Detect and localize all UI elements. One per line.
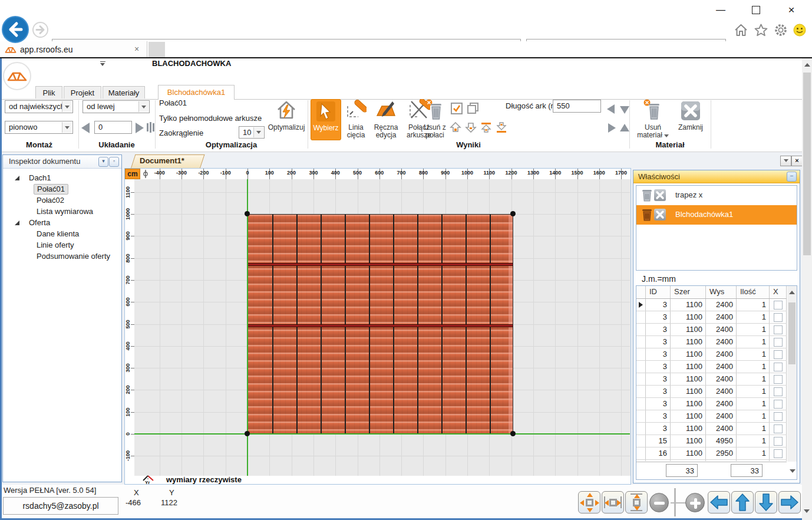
column-header-ilość[interactable]: Ilość	[737, 286, 770, 298]
move-top-icon[interactable]	[480, 121, 492, 133]
roof-corner-handle[interactable]	[245, 211, 250, 216]
table-row[interactable]: 3110024001	[636, 348, 787, 361]
ribbon-tab-blchodachowka[interactable]: Blchodachówka1	[158, 85, 235, 100]
column-header-szer[interactable]: Szer	[671, 286, 706, 298]
optimize-button[interactable]: Optymalizuj	[265, 99, 308, 139]
table-scrollbar-thumb[interactable]	[788, 302, 796, 364]
nudge-down-icon[interactable]	[620, 106, 629, 114]
expander-icon[interactable]	[15, 176, 19, 180]
favorites-star-icon[interactable]	[754, 23, 768, 37]
table-scroll-up-icon[interactable]	[789, 291, 795, 294]
document-menu-button[interactable]	[780, 156, 791, 166]
nudge-left-icon[interactable]	[607, 104, 615, 114]
quick-access-caret-icon[interactable]	[100, 61, 106, 66]
properties-minimize-button[interactable]: –	[787, 172, 797, 182]
row-checkbox[interactable]	[774, 301, 783, 310]
page-scrollbar[interactable]	[802, 58, 812, 520]
remove-from-surface-button[interactable]: Usuń z połaci	[420, 99, 450, 139]
remove-x-icon[interactable]	[654, 209, 666, 220]
row-checkbox[interactable]	[774, 424, 783, 433]
total-width-box[interactable]: 33	[666, 464, 698, 477]
tree-item[interactable]: Linie oferty	[3, 240, 121, 251]
new-tab-stub[interactable]	[148, 42, 165, 58]
table-row[interactable]: 15110049501	[636, 435, 787, 447]
move-up-icon[interactable]	[450, 121, 461, 133]
direction-dropdown[interactable]: pionowo	[5, 121, 73, 134]
table-row[interactable]: 3110024001	[636, 324, 787, 336]
app-logo[interactable]	[3, 62, 31, 90]
check-all-icon[interactable]	[451, 103, 463, 114]
table-row[interactable]: 3110024001	[636, 373, 787, 386]
move-bottom-icon[interactable]	[496, 121, 507, 133]
roof-surface[interactable]	[247, 214, 513, 434]
select-tool-button[interactable]: Wybierz	[311, 99, 341, 140]
sort-order-dropdown[interactable]: od najwiekszych	[5, 100, 73, 113]
uncheck-all-icon[interactable]	[467, 103, 479, 114]
inspector-menu-button[interactable]: ▾	[98, 157, 108, 167]
row-checkbox[interactable]	[774, 437, 783, 446]
roof-corner-handle[interactable]	[510, 431, 516, 436]
close-material-button[interactable]: Zamknij	[673, 99, 708, 139]
ruler-unit-box[interactable]: cm	[125, 169, 140, 179]
offset-right-arrow-icon[interactable]	[136, 123, 144, 133]
home-icon[interactable]	[734, 23, 748, 37]
sheet-length-input[interactable]: 550	[553, 100, 601, 113]
row-selector-header[interactable]	[636, 286, 646, 298]
zoom-fit-all-button[interactable]	[578, 491, 600, 514]
tree-item-label[interactable]: Dach1	[26, 173, 54, 183]
browser-tab[interactable]: app.rsroofs.eu ×	[0, 41, 147, 58]
row-checkbox[interactable]	[774, 363, 783, 371]
tree-item[interactable]: Lista wymiarowa	[3, 206, 121, 218]
zoom-fit-width-button[interactable]	[602, 491, 624, 514]
page-scroll-down-icon[interactable]	[804, 509, 810, 513]
tree-item-label[interactable]: Podsumowanie oferty	[34, 251, 113, 262]
properties-header[interactable]: Właściwości –	[633, 170, 800, 183]
table-row[interactable]: 3110024001	[636, 398, 787, 410]
drawing-canvas[interactable]	[134, 179, 631, 476]
tree-item[interactable]: Dane klienta	[3, 229, 121, 240]
ribbon-tab-plik[interactable]: Plik	[35, 86, 62, 98]
tree-item-label[interactable]: Dane klienta	[34, 229, 82, 239]
row-checkbox[interactable]	[774, 412, 783, 421]
offset-input[interactable]: 0	[94, 121, 132, 134]
table-row[interactable]: 3110024001	[636, 299, 787, 311]
page-scrollbar-thumb[interactable]	[803, 73, 811, 255]
table-scroll-down-icon[interactable]	[790, 469, 796, 473]
row-checkbox[interactable]	[774, 400, 783, 409]
zoom-slider[interactable]	[671, 502, 687, 503]
remove-material-button[interactable]: Usuń materiał	[634, 99, 672, 139]
zoom-in-button[interactable]	[685, 493, 705, 512]
maximize-button[interactable]	[747, 4, 765, 17]
back-button[interactable]	[2, 16, 29, 43]
ribbon-tab-materialy[interactable]: Materiały	[103, 86, 145, 98]
document-close-button[interactable]: ×	[791, 156, 803, 166]
table-row[interactable]: 3110024001	[636, 361, 787, 373]
pan-up-button[interactable]	[731, 491, 754, 514]
minimize-button[interactable]: —	[712, 4, 730, 17]
forward-button[interactable]	[32, 22, 48, 38]
pan-right-button[interactable]	[778, 491, 801, 514]
nudge-right-icon[interactable]	[608, 123, 616, 133]
pan-left-button[interactable]	[708, 491, 730, 514]
feedback-smiley-icon[interactable]	[793, 23, 807, 37]
trash-icon[interactable]	[641, 208, 653, 221]
tree-item-label[interactable]: Lista wymiarowa	[34, 206, 96, 217]
material-row[interactable]: Blchodachówka1	[636, 205, 797, 225]
tree-item[interactable]: Oferta	[3, 218, 121, 229]
total-qty-box[interactable]: 33	[731, 464, 763, 477]
ribbon-tab-projekt[interactable]: Projekt	[64, 86, 101, 98]
table-row[interactable]: 3110024001	[636, 423, 787, 435]
pan-down-button[interactable]	[755, 491, 777, 514]
column-header-id[interactable]: ID	[646, 286, 671, 298]
table-row[interactable]: 15110049501	[636, 460, 787, 461]
material-row[interactable]: trapez x	[636, 186, 797, 205]
layout-from-dropdown[interactable]: od lewej	[82, 100, 150, 113]
row-checkbox[interactable]	[774, 338, 783, 347]
column-header-wys[interactable]: Wys	[706, 286, 737, 298]
trash-icon[interactable]	[641, 189, 653, 202]
row-checkbox[interactable]	[774, 325, 783, 334]
table-row[interactable]: 16110029501	[636, 447, 787, 460]
tree-item[interactable]: Połać01	[3, 184, 121, 195]
table-row[interactable]: 3110024001	[636, 336, 787, 348]
table-row[interactable]: 3110024001	[636, 410, 787, 423]
